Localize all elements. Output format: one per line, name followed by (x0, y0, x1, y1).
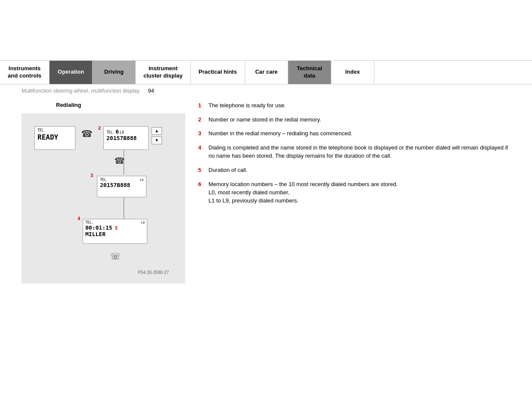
box2-num: 6 (115, 128, 119, 135)
diagram-box-2: TEL. 6 L0 20157B888 (103, 126, 149, 150)
desc-text-1: The telephone is ready for use. (208, 102, 286, 110)
box4-time: 00:01:15 (85, 224, 112, 231)
description-list: 1 The telephone is ready for use. 2 Numb… (198, 102, 510, 205)
diagram-box-3: TEL L0 20157B888 (97, 176, 146, 197)
diagram-box-4: TEL. L0 00:01:15 5 MILLER (83, 219, 147, 244)
nav-index[interactable]: Index (331, 61, 374, 84)
subtitle-text: Multifunction steering wheel, multifunct… (22, 88, 140, 94)
nav-operation-label: Operation (58, 68, 84, 76)
desc-text-2: Number or name stored in the redial memo… (208, 116, 321, 124)
diagram-container: 1 TEL READY ☎ 2 TEL. 6 L0 201 (22, 113, 185, 283)
desc-item-5: 5 Duration of call. (198, 166, 510, 174)
scroll-down-arrow[interactable]: ▼ (152, 137, 162, 144)
diagram-box-1: TEL READY (34, 126, 75, 150)
nav-technical-data-label: Technical data (297, 65, 322, 80)
desc-num-3: 3 (198, 130, 204, 138)
page-number: 94 (148, 88, 154, 94)
desc-text-3: Number in the redial memory – redialing … (208, 130, 352, 138)
right-panel: 1 The telephone is ready for use. 2 Numb… (198, 102, 510, 283)
desc-num-2: 2 (198, 116, 204, 124)
nav-technical-data[interactable]: Technical data (288, 61, 331, 84)
nav-instruments[interactable]: Instruments and controls (0, 61, 50, 84)
phone-hangup-icon: ☏ (110, 251, 121, 262)
desc-num-1: 1 (198, 102, 204, 110)
box4-lo: L0 (141, 221, 145, 224)
nav-practical-hints-label: Practical hints (199, 68, 237, 76)
desc-num-5: 5 (198, 166, 204, 174)
diagram-inner: 1 TEL READY ☎ 2 TEL. 6 L0 201 (34, 122, 172, 277)
nav-driving[interactable]: Driving (93, 61, 136, 84)
desc-num-4: 4 (198, 144, 204, 152)
desc-num-6: 6 (198, 181, 204, 189)
main-content: Redialing 1 TEL READY ☎ 2 TEL. (0, 102, 532, 283)
diagram-label-2: 2 (98, 125, 101, 131)
box1-ready: READY (37, 133, 72, 141)
nav-car-care-label: Car care (255, 68, 277, 76)
box3-lo: L0 (140, 178, 143, 182)
navigation-bar: Instruments and controls Operation Drivi… (0, 60, 532, 84)
connector-line-1 (124, 150, 124, 174)
box2-number: 20157B888 (106, 135, 146, 141)
nav-car-care[interactable]: Car care (245, 61, 288, 84)
phone-handset-icon-1: ☎ (81, 128, 93, 140)
diagram-label-5: 5 (115, 225, 118, 231)
nav-index-label: Index (345, 68, 360, 76)
nav-practical-hints[interactable]: Practical hints (191, 61, 245, 84)
section-title: Redialing (56, 102, 185, 108)
box3-number: 20157B888 (100, 182, 143, 188)
desc-item-2: 2 Number or name stored in the redial me… (198, 116, 510, 124)
desc-text-4: Dialing is completed and the name stored… (208, 144, 510, 160)
scroll-arrows: ▲ ▼ (152, 127, 162, 144)
diagram-label-4: 4 (78, 216, 80, 221)
part-number: P54.30-3580-27 (138, 270, 169, 275)
connector-line-2 (124, 197, 124, 219)
box1-tel: TEL (37, 128, 72, 132)
box4-name: MILLER (85, 231, 145, 237)
box3-tel: TEL (100, 178, 106, 182)
box2-superscript: L0 (120, 131, 124, 134)
nav-instrument-cluster[interactable]: Instrument cluster display (136, 61, 191, 84)
desc-text-5: Duration of call. (208, 166, 247, 174)
box4-tel: TEL. (85, 221, 93, 224)
desc-item-1: 1 The telephone is ready for use. (198, 102, 510, 110)
nav-operation[interactable]: Operation (50, 61, 93, 84)
subtitle-bar: Multifunction steering wheel, multifunct… (0, 84, 532, 97)
desc-item-6: 6 Memory location numbers – the 10 most … (198, 181, 510, 205)
nav-instruments-label: Instruments and controls (8, 65, 41, 80)
desc-item-3: 3 Number in the redial memory – redialin… (198, 130, 510, 138)
box2-tel: TEL. (106, 131, 115, 134)
desc-item-4: 4 Dialing is completed and the name stor… (198, 144, 510, 160)
nav-driving-label: Driving (104, 68, 124, 76)
desc-text-6: Memory location numbers – the 10 most re… (208, 181, 398, 205)
nav-instrument-cluster-label: Instrument cluster display (143, 65, 183, 80)
left-panel: Redialing 1 TEL READY ☎ 2 TEL. (22, 102, 185, 283)
diagram-label-3: 3 (90, 173, 93, 178)
scroll-up-arrow[interactable]: ▲ (152, 127, 162, 135)
